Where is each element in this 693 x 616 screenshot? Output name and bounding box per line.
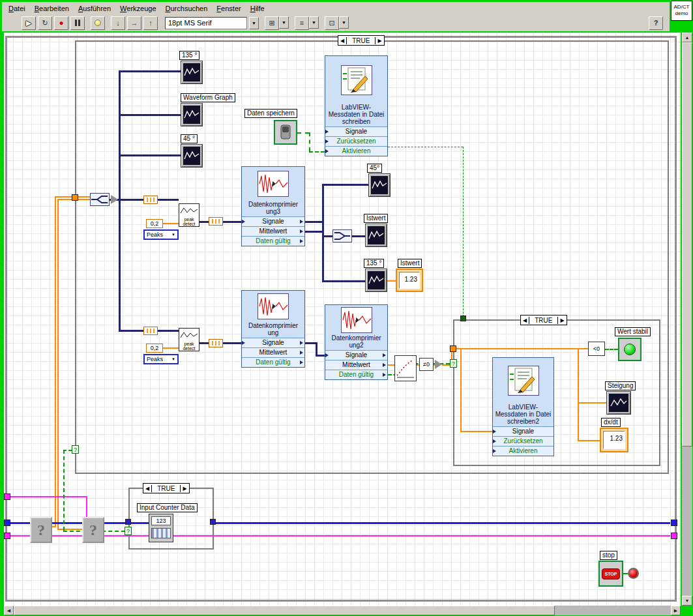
convert-to-dynamic-node[interactable] bbox=[209, 339, 223, 347]
horizontal-scroll-thumb[interactable] bbox=[14, 606, 555, 615]
case-next-arrow-icon[interactable]: ▶ bbox=[558, 317, 566, 323]
align-dropdown-arrow[interactable]: ▼ bbox=[279, 16, 289, 29]
waveform-graph-terminal-135-mid[interactable] bbox=[365, 269, 387, 292]
threshold-constant-lower[interactable]: 0,2 bbox=[146, 344, 163, 353]
waveform-graph-terminal-45-mid[interactable] bbox=[368, 173, 391, 197]
express-vi-datenkomprimierung3[interactable]: Datenkomprimier ung3 Signale Mittelwert … bbox=[241, 166, 305, 246]
waveform-graph-terminal-istwert[interactable] bbox=[365, 224, 387, 247]
case-prev-arrow-icon[interactable]: ◀ bbox=[338, 38, 346, 44]
context-help-button[interactable]: ? bbox=[649, 16, 663, 30]
case-selector-label-bottom[interactable]: ◀ TRUE ▶ bbox=[143, 483, 190, 493]
convert-from-dynamic-node[interactable] bbox=[143, 327, 158, 335]
express-row-mittelwert[interactable]: Mittelwert bbox=[242, 226, 304, 236]
case-selector-label-inner[interactable]: ◀ TRUE ▶ bbox=[520, 315, 567, 325]
step-out-button[interactable]: ↑ bbox=[143, 16, 158, 30]
express-row-signale[interactable]: Signale bbox=[493, 426, 553, 436]
express-row-mittelwert[interactable]: Mittelwert bbox=[325, 360, 387, 370]
reorder-dropdown-arrow[interactable]: ▼ bbox=[339, 16, 349, 29]
less-than-zero-node[interactable]: <0 bbox=[588, 342, 605, 356]
express-vi-write-measurement-file-1[interactable]: LabVIEW-Messdaten in Datei schreiben Sig… bbox=[325, 55, 388, 156]
wert-stabil-led[interactable] bbox=[618, 338, 641, 361]
case-value[interactable]: TRUE bbox=[346, 37, 376, 44]
run-button[interactable]: ▶ bbox=[22, 16, 36, 30]
counter-terminal[interactable]: 123 bbox=[149, 514, 173, 542]
horizontal-scrollbar[interactable]: ◀ ▶ bbox=[4, 606, 681, 615]
reorder-objects-button[interactable]: ⊡ bbox=[325, 16, 339, 30]
waveform-graph-terminal-45[interactable] bbox=[181, 144, 203, 168]
dxdt-numeric-indicator[interactable]: 1.23 bbox=[600, 428, 628, 452]
express-row-daten-gueltig[interactable]: Daten gültig bbox=[325, 370, 387, 379]
vi-icon-badge[interactable]: AD/CT demo bbox=[671, 1, 692, 21]
scroll-up-button[interactable]: ▲ bbox=[682, 33, 692, 42]
menu-bearbeiten[interactable]: Bearbeiten bbox=[30, 3, 74, 14]
block-diagram[interactable]: ◀ TRUE ▶ ◀ TRUE ▶ ◀ TRUE ▶ bbox=[4, 33, 681, 606]
case-next-arrow-icon[interactable]: ▶ bbox=[181, 486, 188, 491]
scroll-right-button[interactable]: ▶ bbox=[671, 606, 681, 615]
distribute-dropdown-arrow[interactable]: ▼ bbox=[309, 16, 319, 29]
scroll-down-button[interactable]: ▼ bbox=[682, 596, 692, 606]
case-prev-arrow-icon[interactable]: ◀ bbox=[521, 317, 529, 323]
step-into-button[interactable]: ↓ bbox=[111, 16, 125, 30]
waveform-graph-terminal[interactable] bbox=[181, 103, 203, 126]
express-vi-datenkomprimierung2[interactable]: Datenkomprimier ung2 Signale Mittelwert … bbox=[325, 304, 388, 380]
step-over-button[interactable]: → bbox=[127, 16, 141, 30]
font-dropdown-arrow[interactable]: ▼ bbox=[249, 17, 259, 29]
menu-werkzeuge[interactable]: Werkzeuge bbox=[115, 3, 160, 14]
align-objects-button[interactable]: ⊞ bbox=[265, 16, 279, 30]
derivative-node[interactable] bbox=[394, 355, 417, 381]
threshold-constant-upper[interactable]: 0,2 bbox=[146, 219, 163, 228]
daten-speichern-switch-terminal[interactable] bbox=[274, 120, 297, 145]
express-vi-icon-area bbox=[242, 291, 304, 322]
waveform-chart-terminal-steigung[interactable] bbox=[606, 391, 631, 415]
convert-from-dynamic-node[interactable] bbox=[143, 196, 158, 204]
express-vi-write-measurement-file-2[interactable]: LabVIEW-Messdaten in Datei schreiben2 Si… bbox=[492, 357, 554, 456]
stop-button-terminal[interactable]: STOP bbox=[598, 561, 623, 587]
express-row-signale[interactable]: Signale bbox=[242, 338, 304, 347]
abort-button[interactable]: ● bbox=[54, 16, 68, 30]
istwert-numeric-indicator[interactable]: 1.23 bbox=[396, 269, 423, 292]
case-selector-label-outer[interactable]: ◀ TRUE ▶ bbox=[338, 35, 385, 46]
case-value[interactable]: TRUE bbox=[151, 485, 181, 492]
case-next-arrow-icon[interactable]: ▶ bbox=[376, 38, 383, 44]
peak-detect-node-upper[interactable]: peak detect bbox=[179, 203, 199, 227]
font-selector[interactable]: 18pt MS Serif bbox=[165, 17, 247, 29]
merge-signals-node[interactable] bbox=[332, 229, 352, 242]
subvi-question-2[interactable]: ? bbox=[82, 517, 104, 543]
express-row-mittelwert[interactable]: Mittelwert bbox=[242, 347, 304, 357]
subvi-question-1[interactable]: ? bbox=[30, 517, 52, 543]
scroll-left-button[interactable]: ◀ bbox=[4, 606, 14, 615]
vertical-scroll-thumb[interactable] bbox=[682, 42, 692, 447]
convert-to-dynamic-node[interactable] bbox=[209, 217, 223, 226]
waveform-graph-terminal-135[interactable] bbox=[181, 61, 203, 84]
express-row-zuruecksetzen[interactable]: Zurücksetzen bbox=[493, 436, 553, 446]
express-row-aktivieren[interactable]: Aktivieren bbox=[493, 446, 553, 456]
express-row-signale[interactable]: Signale bbox=[325, 126, 387, 136]
convert-to-dynamic-icon[interactable] bbox=[111, 195, 118, 204]
convert-to-boolean-icon[interactable] bbox=[435, 360, 442, 369]
menu-ausfuehren[interactable]: Ausführen bbox=[74, 3, 115, 14]
distribute-objects-button[interactable]: ≡ bbox=[295, 16, 309, 30]
express-row-signale[interactable]: Signale bbox=[242, 216, 304, 226]
express-row-zuruecksetzen[interactable]: Zurücksetzen bbox=[325, 136, 387, 146]
menu-hilfe[interactable]: Hilfe bbox=[246, 3, 269, 14]
loop-condition-terminal[interactable] bbox=[628, 568, 639, 579]
express-row-signale[interactable]: Signale bbox=[325, 350, 387, 360]
pause-button[interactable] bbox=[70, 16, 85, 30]
menu-durchsuchen[interactable]: Durchsuchen bbox=[161, 3, 213, 14]
case-value[interactable]: TRUE bbox=[529, 317, 558, 324]
split-signals-node[interactable] bbox=[90, 193, 110, 206]
peaks-enum-upper[interactable]: Peaks▼ bbox=[143, 229, 179, 240]
express-row-aktivieren[interactable]: Aktivieren bbox=[325, 146, 387, 156]
highlight-execution-button[interactable] bbox=[91, 16, 105, 30]
peak-detect-node-lower[interactable]: peak detect bbox=[179, 328, 199, 351]
menu-datei[interactable]: Datei bbox=[4, 3, 30, 14]
peaks-enum-lower[interactable]: Peaks▼ bbox=[143, 354, 179, 364]
case-prev-arrow-icon[interactable]: ◀ bbox=[143, 486, 151, 491]
run-continuous-button[interactable]: ↻ bbox=[38, 16, 52, 30]
express-vi-datenkomprimierung[interactable]: Datenkomprimier ung Signale Mittelwert D… bbox=[241, 290, 305, 368]
not-equal-zero-node[interactable]: ≠0 bbox=[419, 358, 434, 371]
vertical-scrollbar[interactable]: ▲ ▼ bbox=[682, 33, 692, 606]
express-row-daten-gueltig[interactable]: Daten gültig bbox=[242, 357, 304, 367]
menu-fenster[interactable]: Fenster bbox=[212, 3, 245, 14]
express-row-daten-gueltig[interactable]: Daten gültig bbox=[242, 236, 304, 246]
